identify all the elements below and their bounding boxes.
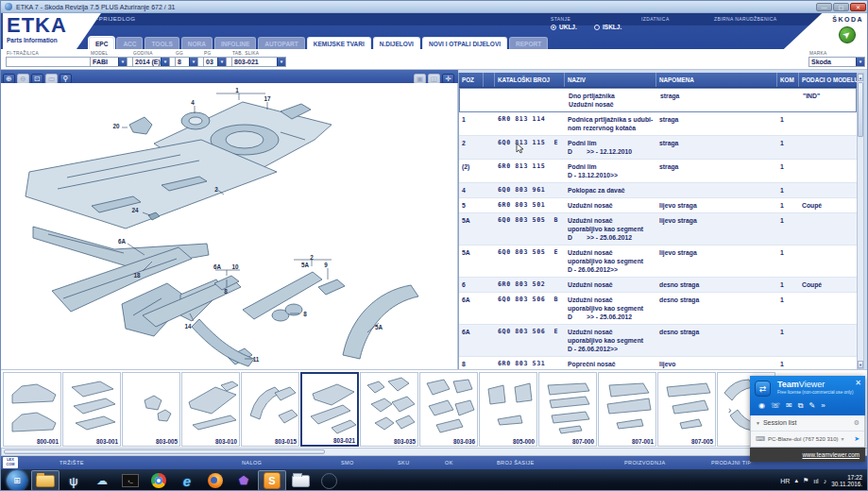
thumbnail-803-005[interactable]: 803-005	[122, 372, 180, 447]
table-row[interactable]: 56R0 803 501Uzdužni nosačlijevo straga1C…	[459, 198, 857, 213]
zbirna-narudzbenica-label[interactable]: ZBIRNA NARUDŽBENICA	[714, 16, 777, 22]
table-row[interactable]: (2)6R0 813 115Podni limD - 13.12.2010>>s…	[459, 160, 857, 183]
tv-whiteboard-icon[interactable]: ✎	[808, 401, 815, 411]
tray-volume-icon[interactable]: ♪	[824, 478, 827, 484]
gear-icon[interactable]: ⚙	[854, 419, 859, 427]
dropdown-arrow-icon[interactable]: ▼	[161, 58, 169, 66]
dropdown-arrow-icon[interactable]: ▼	[856, 58, 864, 66]
taskbar-s-app-icon[interactable]: S	[258, 470, 286, 491]
callout-11[interactable]: 11	[253, 356, 260, 363]
tab-n-dijelovi[interactable]: N.DIJELOVI	[373, 37, 420, 49]
radio-off-icon[interactable]	[594, 25, 600, 30]
combo-model[interactable]: FABI▼	[90, 57, 128, 67]
thumbnail-807-005[interactable]: 807-005	[657, 372, 716, 447]
table-row[interactable]: 66R0 803 502Uzdužni nosačdesno straga1Co…	[459, 278, 857, 293]
taskbar-ie-icon[interactable]: e	[173, 470, 201, 491]
tv-filetransfer-icon[interactable]: ⧉	[798, 401, 804, 411]
tab-nora[interactable]: NORA	[181, 37, 213, 49]
thumbnail-horizontal-scrollbar[interactable]	[1, 448, 868, 456]
scrollbar-thumb[interactable]	[858, 82, 863, 137]
tray-network-icon[interactable]: ııl	[813, 478, 818, 484]
combo-gg[interactable]: 8▼	[175, 57, 198, 67]
taskbar-cloud-icon[interactable]: ☁	[88, 470, 116, 491]
callout-17[interactable]: 17	[264, 95, 270, 102]
thumbnail-803-035[interactable]: 803-035	[360, 372, 418, 447]
callout-10[interactable]: 10	[231, 263, 238, 270]
tab-epc[interactable]: EPC	[89, 37, 114, 49]
tab-novi-i-otpali-dijelovi[interactable]: NOVI I OTPALI DIJELOVI	[422, 37, 507, 49]
callout-20[interactable]: 20	[112, 123, 119, 129]
taskbar-globe-icon[interactable]	[315, 470, 343, 491]
combo-tab-slika[interactable]: 803-021▼	[231, 57, 286, 67]
callout-24[interactable]: 24	[131, 207, 138, 213]
callout-14[interactable]: 14	[184, 323, 191, 330]
callout-5A[interactable]: 5A	[375, 324, 383, 330]
callout-8[interactable]: 8	[224, 288, 228, 295]
callout-4[interactable]: 4	[191, 99, 195, 106]
taskbar-explorer-icon[interactable]	[31, 470, 60, 491]
table-row[interactable]: 16R0 813 114Podnica prtljažnika s udubi-…	[459, 112, 857, 136]
connect-cursor-icon[interactable]: ➤	[854, 435, 859, 443]
tv-video-icon[interactable]: ◉	[758, 401, 765, 411]
chevron-down-icon[interactable]: ▾	[842, 435, 844, 442]
tab-tools[interactable]: TOOLS	[145, 37, 179, 49]
thumbnail-next-arrow-icon[interactable]: ›	[728, 405, 731, 415]
stanje-on-radio[interactable]: UKLJ.	[551, 24, 577, 30]
callout-8[interactable]: 8	[303, 311, 307, 317]
maximize-button[interactable]: ▢	[833, 3, 849, 11]
dropdown-arrow-icon[interactable]: ▼	[217, 58, 226, 66]
dropdown-arrow-icon[interactable]: ▼	[118, 58, 127, 66]
table-row[interactable]: 6A6Q0 803 506 BUzdužni nosačuporabljivo …	[459, 293, 857, 325]
tab-kemijske-tvari[interactable]: KEMIJSKE TVARI	[307, 37, 371, 49]
assembly-info-row[interactable]: Dno prtljažnikaUzdužni nosačstraga"IND"	[459, 88, 857, 112]
exploded-diagram-canvas[interactable]: 117420224186A6A10825A91485A11	[1, 83, 458, 369]
thumbnail-803-010[interactable]: 803-010	[181, 372, 240, 447]
table-vertical-scrollbar[interactable]: ▲ ▼	[857, 73, 864, 369]
tray-flag-icon[interactable]: ⚑	[803, 477, 808, 484]
tab-infoline[interactable]: INFOLINE	[214, 37, 256, 49]
window-titlebar[interactable]: ETKA 7 - Skoda Revizija 7.5 PLUS Ažurira…	[1, 1, 868, 13]
taskbar-clock[interactable]: 17:22 30.11.2016.	[831, 474, 865, 487]
tab-report[interactable]: REPORT	[509, 37, 548, 49]
callout-2[interactable]: 2	[310, 254, 314, 261]
taskbar-folder-icon[interactable]	[286, 470, 315, 491]
language-indicator[interactable]: HR	[780, 478, 790, 484]
thumbnail-807-001[interactable]: 807-001	[598, 372, 656, 447]
tab-acc[interactable]: ACC	[116, 37, 143, 49]
table-row[interactable]: 5A6Q0 803 505 EUzdužni nosačuporabljivo …	[459, 246, 857, 278]
tray-expand-icon[interactable]: ▴	[794, 477, 798, 484]
taskbar-psi-icon[interactable]: ψ	[60, 470, 88, 491]
marka-combo[interactable]: Skoda ▼	[808, 57, 865, 67]
callout-9[interactable]: 9	[324, 262, 328, 268]
tab-autopart[interactable]: AUTOPART	[258, 37, 305, 49]
callout-18[interactable]: 18	[133, 272, 140, 279]
combo-godina[interactable]: 2014 (E)▼	[132, 57, 170, 67]
thumbnail-803-021[interactable]: 803-021	[300, 372, 359, 447]
start-button[interactable]: ⊞	[3, 470, 31, 491]
taskbar-firefox-icon[interactable]	[201, 470, 230, 491]
stanje-off-radio[interactable]: ISKLJ.	[594, 24, 621, 30]
callout-2[interactable]: 2	[214, 186, 218, 193]
dropdown-arrow-icon[interactable]: ▼	[189, 58, 197, 66]
thumbnail-803-036[interactable]: 803-036	[419, 372, 478, 447]
teamviewer-header[interactable]: ⇄ TeamViewer ✕ Free license (non-commerc…	[750, 376, 865, 415]
chevron-down-icon[interactable]: ▼	[756, 420, 760, 426]
thumbnail-800-001[interactable]: 800-001	[3, 372, 61, 447]
scrollbar-thumb[interactable]	[4, 449, 325, 454]
callout-1[interactable]: 1	[235, 87, 239, 93]
dropdown-arrow-icon[interactable]: ▼	[277, 58, 285, 66]
tv-chat-icon[interactable]: ✉	[786, 401, 792, 411]
tv-more-icon[interactable]: »	[821, 401, 825, 411]
tv-audio-icon[interactable]: ☏	[771, 401, 780, 411]
table-row[interactable]: 6A6Q0 803 506 EUzdužni nosačuporabljivo …	[459, 325, 857, 357]
teamviewer-website-link[interactable]: www.teamviewer.com	[750, 448, 865, 462]
session-entry[interactable]: ⌨ PC-Blaze-dol (767 520 310) ▾ ➤	[751, 432, 864, 447]
combo-pg[interactable]: 03▼	[203, 57, 227, 67]
scroll-up-icon[interactable]: ▲	[858, 74, 863, 81]
minimize-button[interactable]: —	[816, 3, 832, 11]
thumbnail-807-000[interactable]: 807-000	[538, 372, 597, 447]
close-button[interactable]: ✕	[850, 3, 866, 11]
thumbnail-803-001[interactable]: 803-001	[62, 372, 121, 447]
session-list-row[interactable]: ▼ Session list ⚙	[751, 415, 864, 432]
taskbar-chrome-icon[interactable]	[145, 470, 173, 491]
